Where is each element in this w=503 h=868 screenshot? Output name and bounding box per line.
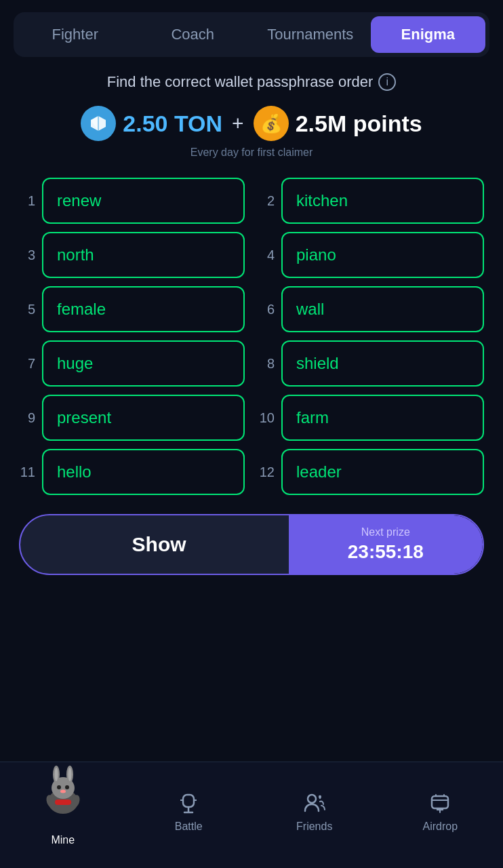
nav-label-battle: Battle	[175, 821, 203, 833]
info-icon[interactable]: i	[378, 73, 396, 91]
word-box[interactable]: huge	[42, 340, 245, 387]
ton-amount: 2.50 TON	[123, 111, 222, 137]
ton-icon	[81, 106, 116, 141]
word-number: 2	[258, 193, 275, 209]
tab-coach[interactable]: Coach	[136, 16, 251, 53]
word-number: 4	[258, 248, 275, 263]
reward-row: 2.50 TON + 💰 2.5M points	[19, 106, 484, 141]
word-cell: 10 farm	[258, 395, 484, 441]
word-cell: 1 renew	[19, 178, 245, 224]
svg-rect-17	[432, 796, 448, 808]
show-button[interactable]: Show Next prize 23:55:18	[19, 514, 484, 575]
word-number: 5	[19, 302, 35, 317]
word-box[interactable]: shield	[281, 340, 484, 387]
next-prize-label: Next prize	[361, 526, 410, 538]
svg-rect-15	[183, 795, 194, 807]
word-number: 10	[258, 410, 275, 426]
word-cell: 2 kitchen	[258, 178, 484, 224]
word-box[interactable]: present	[42, 395, 245, 441]
bottom-nav: Mine Battle Friends	[0, 762, 503, 868]
word-box[interactable]: female	[42, 286, 245, 332]
word-number: 11	[19, 465, 35, 480]
points-badge: 💰 2.5M points	[254, 106, 422, 141]
word-box[interactable]: north	[42, 232, 245, 278]
show-button-label[interactable]: Show	[20, 515, 298, 574]
tab-fighter[interactable]: Fighter	[18, 16, 133, 53]
nav-item-mine[interactable]: Mine	[0, 770, 126, 852]
plus-sign: +	[232, 112, 244, 135]
instruction-text: Find the correct wallet passphrase order	[107, 73, 374, 91]
svg-point-9	[57, 785, 61, 789]
word-box[interactable]: renew	[42, 178, 245, 224]
nav-label-mine: Mine	[51, 834, 75, 846]
nav-item-airdrop[interactable]: Airdrop	[378, 784, 504, 838]
svg-point-8	[68, 768, 71, 781]
main-content: Find the correct wallet passphrase order…	[0, 57, 503, 762]
word-cell: 5 female	[19, 286, 245, 332]
word-number: 3	[19, 248, 35, 263]
word-cell: 8 shield	[258, 340, 484, 387]
word-box[interactable]: piano	[281, 232, 484, 278]
word-number: 6	[258, 302, 275, 317]
word-box[interactable]: kitchen	[281, 178, 484, 224]
reward-subtitle: Every day for first claimer	[19, 146, 484, 159]
word-grid: 1 renew 2 kitchen 3 north 4 piano 5 fema…	[19, 178, 484, 495]
nav-label-friends: Friends	[296, 821, 332, 833]
word-cell: 7 huge	[19, 340, 245, 387]
svg-rect-14	[55, 800, 71, 805]
word-box[interactable]: leader	[281, 449, 484, 495]
word-cell: 12 leader	[258, 449, 484, 495]
word-cell: 9 present	[19, 395, 245, 441]
svg-point-10	[65, 785, 69, 789]
tab-bar: Fighter Coach Tournaments Enigma	[14, 12, 489, 57]
tab-tournaments[interactable]: Tournaments	[253, 16, 368, 53]
points-amount: 2.5M points	[296, 111, 422, 137]
countdown-timer: 23:55:18	[348, 541, 424, 563]
word-cell: 11 hello	[19, 449, 245, 495]
instructions-row: Find the correct wallet passphrase order…	[19, 73, 484, 91]
nav-item-friends[interactable]: Friends	[252, 784, 378, 838]
tab-enigma[interactable]: Enigma	[371, 16, 486, 53]
svg-point-16	[308, 795, 316, 803]
mascot-icon	[36, 762, 90, 816]
next-prize-panel: Next prize 23:55:18	[289, 515, 483, 574]
word-box[interactable]: farm	[281, 395, 484, 441]
word-cell: 6 wall	[258, 286, 484, 332]
word-number: 9	[19, 410, 35, 426]
svg-point-7	[54, 768, 58, 781]
ton-badge: 2.50 TON	[81, 106, 222, 141]
nav-label-airdrop: Airdrop	[422, 821, 458, 833]
word-cell: 4 piano	[258, 232, 484, 278]
word-number: 1	[19, 193, 35, 209]
nav-item-battle[interactable]: Battle	[126, 784, 252, 838]
coin-icon: 💰	[254, 106, 289, 141]
svg-point-11	[60, 790, 66, 793]
battle-icon	[175, 789, 202, 816]
word-number: 12	[258, 465, 275, 480]
word-box[interactable]: hello	[42, 449, 245, 495]
airdrop-icon	[426, 789, 454, 816]
friends-icon	[301, 789, 328, 816]
word-number: 8	[258, 356, 275, 372]
word-box[interactable]: wall	[281, 286, 484, 332]
word-number: 7	[19, 356, 35, 372]
word-cell: 3 north	[19, 232, 245, 278]
